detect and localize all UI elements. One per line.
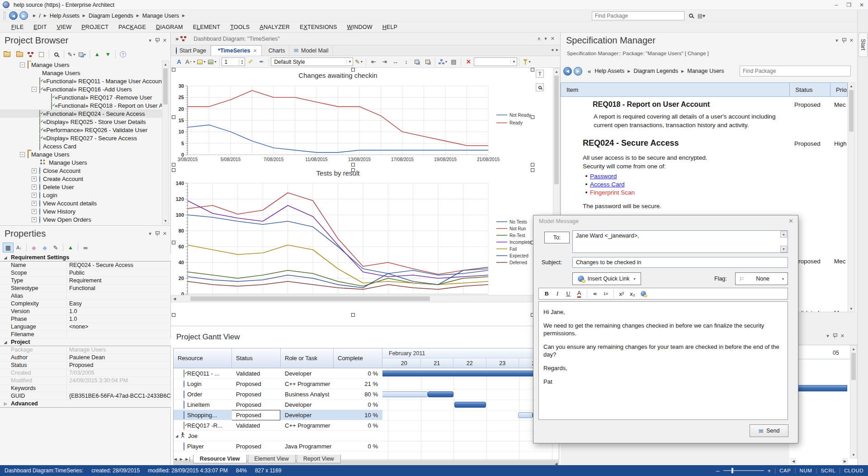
collapse-icon[interactable]: ∧ xyxy=(537,36,541,42)
property-value[interactable]: REQ024 - Secure Access xyxy=(67,262,171,268)
breadcrumb-item[interactable]: Diagram Legends xyxy=(633,68,678,74)
overflow-chevrons-icon[interactable]: » xyxy=(175,35,179,42)
gantt-row-req011[interactable]: REQ011 - ...ValidatedDeveloper0 % xyxy=(174,368,382,379)
style-combobox[interactable]: Default Style▼ xyxy=(271,57,353,66)
menu-file[interactable]: FILE xyxy=(6,23,28,32)
tree-expander-icon[interactable]: + xyxy=(32,217,37,222)
zoom-slider[interactable]: – + xyxy=(716,467,771,474)
tree-expander-icon[interactable]: + xyxy=(32,209,37,214)
reading-glasses-icon[interactable]: ∞ xyxy=(80,243,91,252)
panel-menu-icon[interactable]: ▾ xyxy=(544,36,547,42)
copy-icon[interactable]: ▾ xyxy=(77,49,88,59)
menu-edit[interactable]: EDIT xyxy=(28,23,52,32)
scroll-down-icon[interactable]: ▼ xyxy=(780,246,787,252)
filter-icon[interactable]: ▾ xyxy=(521,57,532,67)
tab--timeseries[interactable]: *TimeSeries✕ xyxy=(211,45,262,56)
track-diamond-icon[interactable]: ◆ xyxy=(28,243,39,252)
gantt-row-req017r[interactable]: REQ017 -R...ValidatedC++ Programmer0 % xyxy=(174,420,382,431)
hierarchy-icon[interactable]: ▾ xyxy=(437,57,448,67)
search-icon[interactable] xyxy=(689,13,693,19)
bring-forward-icon[interactable] xyxy=(411,57,422,67)
move-up-icon[interactable]: ▲ xyxy=(92,49,103,59)
breadcrumb-item[interactable]: Help Assets xyxy=(50,13,80,19)
font-color-icon[interactable]: A xyxy=(574,289,584,298)
tree-item[interactable]: «Performance» REQ026 - Validate User xyxy=(0,126,162,134)
italic-icon[interactable]: I xyxy=(552,289,562,298)
menu-extensions[interactable]: EXTENSIONS xyxy=(295,23,342,32)
tab-start-page[interactable]: Start Page xyxy=(172,45,211,56)
timeseries-charts[interactable]: 0510152025303/08/20155/08/20157/08/20151… xyxy=(171,68,553,319)
zoom-tool-icon[interactable] xyxy=(536,83,544,91)
tab-model-mail[interactable]: ✉Model Mail xyxy=(289,45,333,56)
element-properties-icon[interactable]: ▤ xyxy=(448,57,459,67)
pin-icon[interactable] xyxy=(155,38,159,43)
gantt-row-shopping[interactable]: Shopping...ProposedDeveloper10 % xyxy=(174,410,382,420)
panel-close-icon[interactable]: ✕ xyxy=(163,231,167,237)
property-value[interactable]: 24/09/2015 3:30:04 PM xyxy=(67,377,171,384)
view-tab-resource-view[interactable]: Resource View xyxy=(193,455,247,463)
pin-icon[interactable] xyxy=(842,38,846,43)
numbered-list-icon[interactable]: 1≡ xyxy=(601,289,611,298)
property-value[interactable]: Easy xyxy=(67,300,171,307)
menu-project[interactable]: PROJECT xyxy=(76,23,113,32)
property-value[interactable]: <none> xyxy=(67,324,171,330)
tree-item[interactable]: «Display» REQ027 - Secure Access xyxy=(0,134,162,142)
tree-item[interactable]: Access Card xyxy=(0,142,162,150)
format-painter-icon[interactable]: ✐ xyxy=(245,57,256,67)
tree-expander-icon[interactable]: − xyxy=(20,62,25,67)
tree-item[interactable]: +View Open Orders xyxy=(0,215,162,224)
canvas-hscrollbar[interactable]: ◀ ▶ xyxy=(171,295,553,302)
property-group-advanced[interactable]: ▷Advanced xyxy=(0,400,171,408)
gantt-timeline[interactable]: February 2011 2021222324 xyxy=(382,348,559,460)
menu-view[interactable]: VIEW xyxy=(52,23,77,32)
tree-item[interactable]: «Display» REQ025 - Store User Details xyxy=(0,118,162,126)
tree-item[interactable]: +Delete User xyxy=(0,183,162,191)
spec-scrollbar[interactable]: ▲ ▼ xyxy=(848,82,855,312)
line-color-icon[interactable]: ▾ xyxy=(207,57,217,67)
bullet-list-icon[interactable]: •≡ xyxy=(590,289,600,298)
send-backward-icon[interactable] xyxy=(422,57,433,67)
eyedropper-icon[interactable]: ✒ xyxy=(256,57,267,67)
bullet-text[interactable]: Access Card xyxy=(590,181,625,188)
tab-scroll-left-icon[interactable]: ◂ xyxy=(551,47,553,52)
tab-nav-icons[interactable]: ◄ ► ►| xyxy=(173,457,190,462)
tree-item[interactable]: Manage Users xyxy=(0,158,162,167)
diagram-canvas[interactable]: 0510152025303/08/20155/08/20157/08/20151… xyxy=(171,68,560,319)
tree-item[interactable]: «Functional» REQ018 - Report on User Acc… xyxy=(0,101,162,109)
hyperlink-icon[interactable] xyxy=(638,289,648,298)
column-item[interactable]: Item xyxy=(561,83,790,96)
tree-item[interactable]: −Manage Users xyxy=(0,61,162,69)
tree-item[interactable]: «Functional» REQ024 - Secure Access xyxy=(0,109,162,118)
edit-icon[interactable]: ✎▾ xyxy=(66,49,77,59)
breadcrumb-item[interactable]: / xyxy=(39,13,40,19)
dialog-close-icon[interactable]: ✕ xyxy=(788,218,793,224)
tab-scroll-right-icon[interactable]: ▸ xyxy=(556,47,558,52)
property-group-project[interactable]: ◢Project xyxy=(0,338,171,346)
flag-dropdown[interactable]: ⚐ None ▾ xyxy=(735,272,788,285)
breadcrumb-item[interactable]: Diagram Legends xyxy=(89,13,133,19)
breadcrumb-item[interactable]: Manage Users xyxy=(142,13,179,19)
scale-combobox[interactable]: ▼ xyxy=(474,57,517,66)
forward-button[interactable]: ► xyxy=(574,67,582,76)
tree-item[interactable]: «Functional» REQ011 - Manage User Accoun… xyxy=(0,77,162,85)
toggle-num[interactable]: NUM xyxy=(800,468,812,473)
align-left-icon[interactable]: ⇤ xyxy=(368,57,379,67)
gantt-status-cell[interactable]: Proposed xyxy=(232,410,280,420)
panel-menu-icon[interactable]: ▾ xyxy=(149,231,151,237)
start-dock-tab[interactable]: Start xyxy=(859,33,868,57)
gantt-column-resource[interactable]: Resource xyxy=(174,348,232,368)
panel-menu-icon[interactable]: ▾ xyxy=(826,333,829,339)
pin-icon[interactable] xyxy=(155,231,159,236)
line-width-spinner[interactable]: 1 ▲▼ xyxy=(222,57,245,66)
view-tab-element-view[interactable]: Element View xyxy=(248,455,296,463)
tree-expander-icon[interactable]: + xyxy=(32,168,37,173)
toggle-cap[interactable]: CAP xyxy=(779,468,791,473)
panel-menu-icon[interactable]: ▾ xyxy=(149,38,151,43)
toolbar-options-icon[interactable]: ▤▾ xyxy=(698,13,705,19)
property-value[interactable]: Paulene Dean xyxy=(67,354,171,361)
close-button[interactable]: ✕ xyxy=(855,1,868,9)
find-package-input[interactable] xyxy=(592,11,684,20)
scroll-up-icon[interactable]: ▲ xyxy=(780,231,787,238)
categorized-icon[interactable]: ▦ xyxy=(3,243,14,252)
to-field[interactable]: Jane Ward <_janeward>, xyxy=(572,230,788,253)
